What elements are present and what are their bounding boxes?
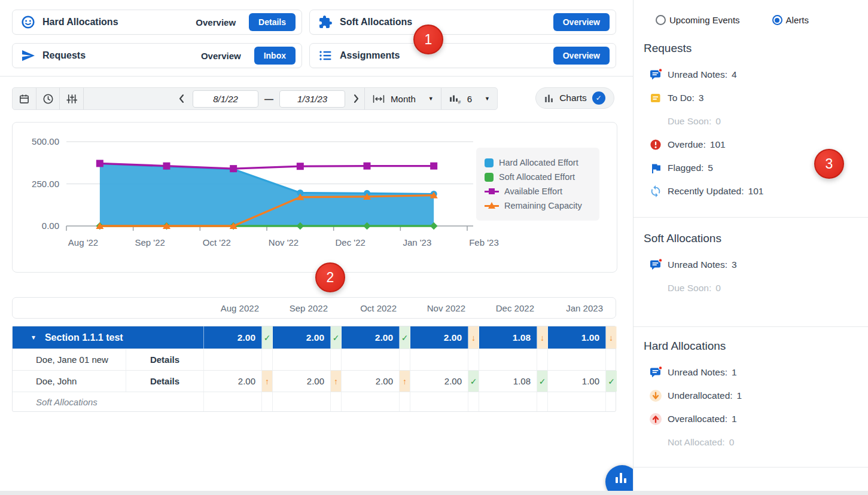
alert-count: 0 — [715, 116, 721, 127]
todo-icon — [649, 91, 662, 105]
flag-icon — [649, 161, 662, 175]
status-cell: ✓ — [468, 371, 479, 392]
alert-item-not-allocated[interactable]: Not Allocated:0 — [634, 430, 868, 454]
alerts-radio[interactable]: Alerts — [772, 15, 809, 25]
allocation-value-cell: 2.00 — [204, 371, 262, 392]
details-button[interactable]: Details — [249, 13, 296, 31]
bar-chart-icon — [544, 94, 554, 103]
empty-cell — [479, 392, 537, 411]
details-button[interactable]: Details — [126, 349, 204, 370]
alert-item-unread-notes[interactable]: Unread Notes:4 — [634, 63, 868, 86]
legend-label: Hard Allocated Effort — [499, 158, 578, 167]
table-row-soft-allocations: Soft Allocations — [13, 392, 616, 411]
section-toggle[interactable]: ▼Section 1.1.1 test — [13, 326, 204, 349]
overallocated-icon — [649, 412, 662, 426]
allocation-value-cell: 2.00 — [204, 326, 262, 349]
svg-text:500.00: 500.00 — [32, 136, 59, 146]
alert-item-recently-updated[interactable]: Recently Updated:101 — [634, 179, 868, 203]
interval-value: Month — [391, 94, 416, 104]
month-column-header: Dec 2022 — [479, 303, 537, 313]
refresh-icon — [649, 185, 662, 198]
overview-text-button[interactable]: Overview — [196, 17, 236, 28]
alert-count: 101 — [748, 186, 764, 197]
status-cell: ✓ — [262, 326, 273, 349]
alert-label: Overdue: — [668, 139, 706, 150]
alert-count: 1 — [732, 414, 737, 424]
filter-settings-icon-button[interactable] — [60, 88, 83, 109]
chart-toolbar: — Month ▼ # 6 ▼ — [12, 87, 498, 110]
alert-count: 3 — [699, 93, 704, 103]
alert-item-due-soon[interactable]: Due Soon:0 — [634, 276, 868, 300]
svg-text:Oct '22: Oct '22 — [203, 237, 231, 248]
effort-chart-card: 0.00250.00500.00Aug '22Sep '22Oct '22Nov… — [12, 122, 617, 273]
status-check-icon: ✓ — [264, 333, 271, 343]
status-cell: ↓ — [468, 326, 479, 349]
interval-dropdown[interactable]: Month ▼ — [365, 88, 441, 109]
alert-label: Overallocated: — [668, 414, 727, 424]
clock-icon — [42, 93, 54, 105]
legend-item-available-effort: Available Effort — [485, 184, 591, 198]
allocation-value-cell: 1.08 — [479, 326, 537, 349]
inbox-button[interactable]: Inbox — [254, 47, 296, 65]
alert-label: Flagged: — [668, 163, 703, 173]
status-cell: ↑ — [331, 371, 342, 392]
next-period-button[interactable] — [349, 90, 364, 108]
svg-text:Feb '23: Feb '23 — [469, 237, 499, 248]
month-column-header: Oct 2022 — [342, 303, 400, 313]
status-check-icon: ✓ — [470, 377, 477, 386]
alert-label: Not Allocated: — [668, 437, 725, 448]
check-circle-icon: ✓ — [592, 91, 605, 105]
month-column-header: Jan 2023 — [548, 303, 606, 313]
upcoming-events-radio[interactable]: Upcoming Events — [656, 15, 740, 25]
alert-label: Recently Updated: — [668, 186, 744, 197]
chart-count-dropdown[interactable]: # 6 ▼ — [441, 88, 497, 109]
resource-management-dashboard: Hard AllocationsOverviewDetailsSoft Allo… — [0, 0, 868, 495]
alert-item-unread-notes[interactable]: Unread Notes:3 — [634, 253, 868, 276]
collapse-caret-icon: ▼ — [31, 334, 36, 341]
allocation-table: ▼Section 1.1.1 test2.00✓2.00✓2.00✓2.00↓1… — [12, 326, 616, 412]
radio-selected-icon — [772, 15, 782, 25]
status-cell: ↓ — [537, 326, 548, 349]
alert-item-unread-notes[interactable]: Unread Notes:1 — [634, 360, 868, 384]
start-date-input[interactable] — [193, 90, 258, 108]
alert-item-to-do[interactable]: To Do:3 — [634, 86, 868, 109]
charts-toggle-label: Charts — [559, 93, 587, 103]
legend-item-hard-allocated-effort: Hard Allocated Effort — [485, 155, 591, 170]
allocation-value-cell: 2.00 — [273, 371, 331, 392]
nav-card-requests: RequestsOverviewInbox — [12, 43, 302, 68]
allocation-value-cell: 2.00 — [410, 326, 468, 349]
nav-card-label: Requests — [42, 50, 86, 61]
allocation-value-cell — [273, 349, 331, 370]
table-row-doe-jane-01-new: Doe, Jane 01 newDetails — [13, 349, 616, 370]
previous-period-button[interactable] — [173, 90, 189, 108]
nav-card-label: Soft Allocations — [340, 17, 412, 28]
alert-label: Unread Notes: — [668, 367, 727, 378]
allocation-value-cell — [548, 349, 606, 370]
alert-item-overallocated[interactable]: Overallocated:1 — [634, 407, 868, 430]
overview-text-button[interactable]: Overview — [201, 51, 241, 61]
charts-toggle-button[interactable]: Charts ✓ — [535, 87, 614, 109]
alert-count: 3 — [732, 259, 737, 270]
unread-notes-icon — [649, 258, 662, 271]
end-date-input[interactable] — [279, 90, 345, 108]
status-cell: ↑ — [262, 371, 273, 392]
allocation-table-header: Aug 2022Sep 2022Oct 2022Nov 2022Dec 2022… — [12, 297, 616, 319]
overview-button[interactable]: Overview — [553, 13, 610, 31]
status-check-icon: ✓ — [608, 377, 615, 386]
legend-label: Remaining Capacity — [504, 201, 582, 210]
status-cell — [537, 349, 548, 370]
calendar-icon-button[interactable] — [13, 88, 36, 109]
nav-card-assignments: AssignmentsOverview — [309, 43, 616, 68]
person-name: Doe, Jane 01 new — [13, 349, 126, 370]
chevron-down-icon: ▼ — [485, 96, 490, 102]
legend-label: Soft Allocated Effort — [499, 172, 575, 182]
empty-cell — [410, 392, 468, 411]
alert-item-underallocated[interactable]: Underallocated:1 — [634, 384, 868, 407]
alert-item-due-soon[interactable]: Due Soon:0 — [634, 109, 868, 133]
clock-icon-button[interactable] — [36, 88, 60, 109]
status-up-arrow-icon: ↑ — [265, 377, 269, 386]
details-button[interactable]: Details — [126, 371, 204, 392]
overview-button[interactable]: Overview — [553, 47, 610, 65]
legend-swatch-icon — [485, 173, 494, 182]
face-icon — [21, 15, 35, 29]
